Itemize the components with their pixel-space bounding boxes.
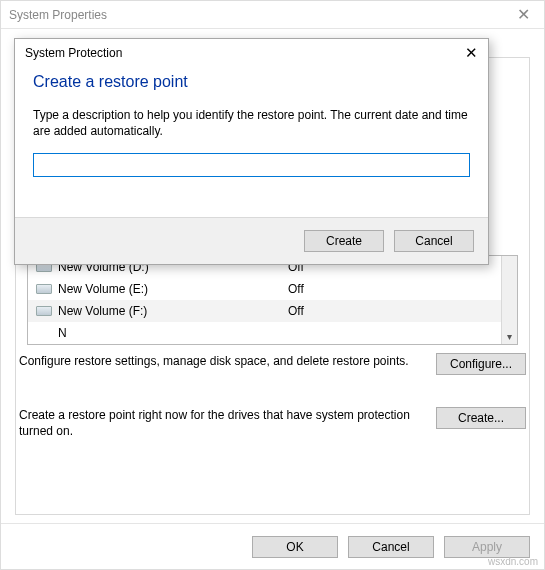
apply-button[interactable]: Apply	[444, 536, 530, 558]
drive-name: New Volume (E:)	[58, 282, 288, 296]
dialog-button-row: OK Cancel Apply	[1, 523, 544, 569]
create-section: Create a restore point right now for the…	[19, 407, 526, 439]
configure-button[interactable]: Configure...	[436, 353, 526, 375]
parent-titlebar: System Properties ✕	[1, 1, 544, 29]
drive-rows: New Volume (D:) Off New Volume (E:) Off …	[28, 256, 501, 344]
dialog-button-row: Create Cancel	[15, 217, 488, 264]
watermark: wsxdn.com	[488, 556, 538, 567]
table-row[interactable]: New Volume (F:) Off	[28, 300, 501, 322]
drive-icon	[36, 284, 52, 294]
dialog-title: System Protection	[25, 46, 122, 60]
drive-list[interactable]: New Volume (D:) Off New Volume (E:) Off …	[27, 255, 518, 345]
dialog-description: Type a description to help you identify …	[33, 107, 470, 139]
drive-protection: Off	[288, 304, 501, 318]
table-row[interactable]: New Volume (E:) Off	[28, 278, 501, 300]
dialog-body: Create a restore point Type a descriptio…	[15, 67, 488, 177]
drive-name: N	[58, 326, 288, 340]
description-input[interactable]	[33, 153, 470, 177]
create-button[interactable]: Create...	[436, 407, 526, 429]
ok-button[interactable]: OK	[252, 536, 338, 558]
drive-protection: Off	[288, 282, 501, 296]
cancel-button[interactable]: Cancel	[348, 536, 434, 558]
drive-icon	[36, 306, 52, 316]
create-text: Create a restore point right now for the…	[19, 407, 436, 439]
configure-section: Configure restore settings, manage disk …	[19, 353, 526, 375]
dialog-titlebar: System Protection ✕	[15, 39, 488, 67]
dialog-create-button[interactable]: Create	[304, 230, 384, 252]
close-icon[interactable]: ✕	[465, 44, 478, 62]
parent-title: System Properties	[9, 8, 107, 22]
dialog-cancel-button[interactable]: Cancel	[394, 230, 474, 252]
drive-name: New Volume (F:)	[58, 304, 288, 318]
create-restore-point-dialog: System Protection ✕ Create a restore poi…	[14, 38, 489, 265]
scrollbar[interactable]: ▾	[501, 256, 517, 344]
dialog-heading: Create a restore point	[33, 73, 470, 91]
table-row[interactable]: N	[28, 322, 501, 344]
chevron-down-icon[interactable]: ▾	[507, 329, 512, 344]
close-icon[interactable]: ✕	[511, 5, 536, 24]
configure-text: Configure restore settings, manage disk …	[19, 353, 436, 369]
